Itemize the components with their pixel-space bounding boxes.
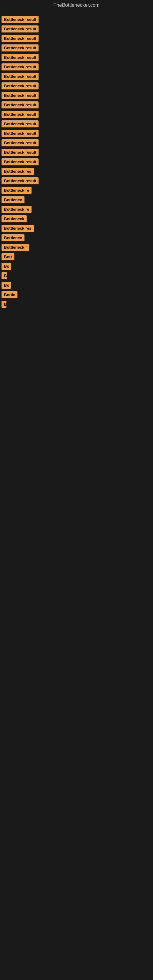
list-item[interactable]: Bottleneck result [2,54,151,61]
bottleneck-badge: Bottleneck res [2,225,34,232]
list-item[interactable]: Bottleneck res [2,168,151,175]
bottleneck-badge: B [2,301,6,308]
bottleneck-badge: Bottleneck result [2,54,38,61]
list-item[interactable]: Bottleneck result [2,64,151,70]
list-item[interactable]: Bottle [2,291,151,298]
list-item[interactable]: Bo [2,263,151,270]
bottleneck-badge: Bottlenec [2,196,24,204]
list-item[interactable]: Bottleneck r [2,244,151,251]
bottleneck-badge: Bottleneck result [2,139,38,146]
list-item[interactable]: Bottleneck result [2,35,151,42]
list-item[interactable]: Bottleneck re [2,187,151,194]
list-item[interactable]: Bottleneck result [2,101,151,108]
bottleneck-badge: Bottle [2,291,18,298]
list-item[interactable]: Bottleneck result [2,130,151,137]
list-item[interactable]: Bott [2,253,151,260]
bottleneck-badge: Bottleneck result [2,25,38,32]
list-item[interactable]: Bottlenec [2,234,151,241]
list-item[interactable]: Bottleneck result [2,139,151,146]
bottleneck-badge: Bottleneck result [2,83,38,89]
list-item[interactable]: B [2,301,151,308]
list-item[interactable]: Bottleneck [2,215,151,222]
bottleneck-badge: Bottleneck result [2,120,38,127]
bottleneck-badge: Bottleneck result [2,149,38,156]
list-item[interactable]: Bottleneck result [2,149,151,156]
bottleneck-badge: Bottlenec [2,234,24,241]
bottleneck-badge: Bottleneck res [2,168,34,175]
list-item[interactable]: Bottleneck result [2,92,151,99]
bottleneck-badge: Bottleneck r [2,244,29,251]
list-item[interactable]: Bottleneck result [2,177,151,185]
bottleneck-badge: Bottleneck [2,215,27,222]
bottleneck-badge: Bottleneck result [2,101,38,108]
list-item[interactable]: Bottleneck result [2,120,151,127]
list-item[interactable]: Bottleneck res [2,225,151,232]
list-item[interactable]: Bottleneck result [2,45,151,51]
bottleneck-badge: B [2,272,7,279]
bottleneck-badge: Bo [2,282,11,289]
bottleneck-badge: Bottleneck re [2,187,32,194]
list-item[interactable]: Bottleneck result [2,73,151,80]
bottleneck-badge: Bottleneck result [2,64,38,70]
site-title: TheBottlenecker.com [0,0,153,10]
bottleneck-badge: Bottleneck result [2,130,38,137]
bottleneck-badge: Bottleneck result [2,45,38,51]
bottleneck-badge: Bottleneck result [2,16,38,23]
bottleneck-badge: Bottleneck re [2,206,32,213]
bottleneck-badge: Bottleneck result [2,111,38,118]
list-item[interactable]: Bottleneck result [2,16,151,23]
list-item[interactable]: Bottlenec [2,196,151,204]
list-item[interactable]: Bottleneck result [2,25,151,32]
bottleneck-badge: Bottleneck result [2,73,38,80]
bottleneck-items-container: Bottleneck resultBottleneck resultBottle… [0,10,153,313]
bottleneck-badge: Bottleneck result [2,158,38,165]
list-item[interactable]: Bo [2,282,151,289]
bottleneck-badge: Bottleneck result [2,35,38,42]
list-item[interactable]: Bottleneck re [2,206,151,213]
bottleneck-badge: Bott [2,253,14,260]
list-item[interactable]: Bottleneck result [2,111,151,118]
list-item[interactable]: Bottleneck result [2,83,151,89]
list-item[interactable]: B [2,272,151,279]
list-item[interactable]: Bottleneck result [2,158,151,165]
bottleneck-badge: Bo [2,263,11,270]
bottleneck-badge: Bottleneck result [2,177,38,185]
bottleneck-badge: Bottleneck result [2,92,38,99]
